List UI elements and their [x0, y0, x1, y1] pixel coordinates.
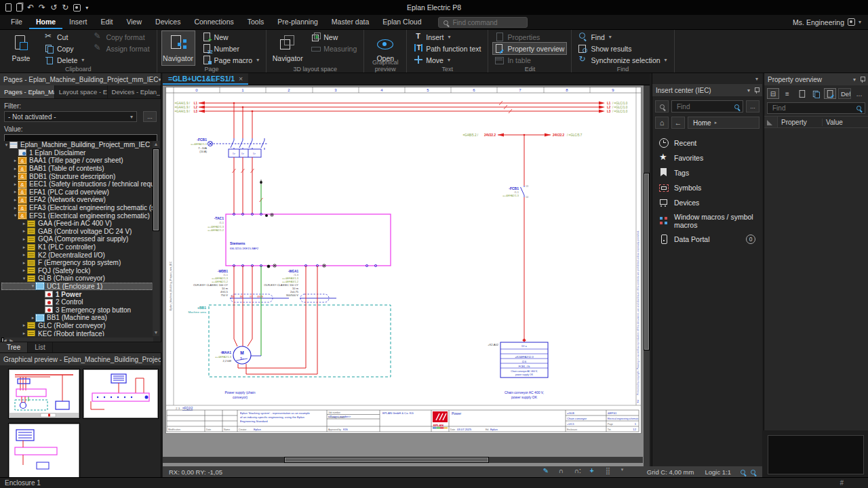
tree-vertical-scrollbar[interactable]: ▲ ▼	[153, 141, 159, 336]
filter-combo[interactable]: - Not activated - ▾	[4, 111, 137, 122]
pages-panel-header[interactable]: Pages - Eplan_Machine_Building_Project_m…	[0, 73, 161, 85]
show-results-button[interactable]: Show results	[576, 43, 669, 54]
tree-expander-icon[interactable]: ▾	[21, 276, 27, 281]
back-icon[interactable]: ←	[671, 117, 685, 129]
scroll-up-icon[interactable]: ▲	[153, 141, 159, 148]
menu-tab-edit[interactable]: Edit	[94, 15, 119, 29]
grid-size[interactable]: Grid C: 4,00 mm	[647, 468, 694, 476]
menu-tab-eplan-cloud[interactable]: Eplan Cloud	[376, 15, 428, 29]
filter-more-button[interactable]: ...	[143, 111, 157, 122]
property-search-input[interactable]	[771, 104, 856, 113]
panel-strip-caret-icon[interactable]: ▾	[755, 76, 758, 82]
list-view-icon[interactable]: ≡	[781, 88, 793, 99]
number-button[interactable]: Number	[200, 43, 262, 54]
tree-item-kec-robot-interface[interactable]: ▸KEC (Robot interface)	[1, 329, 153, 336]
customize-caret-icon[interactable]: ▾	[85, 5, 88, 11]
pin-icon[interactable]	[754, 87, 759, 94]
tree-expander-icon[interactable]: ▸	[21, 237, 27, 242]
sort-corner-icon[interactable]	[764, 117, 778, 127]
tree-item-bb1-machine-area[interactable]: ▸BB1 (Machine area)	[1, 314, 153, 322]
tree-item-baa1-title-page-cover-sheet[interactable]: ▸BAA1 (Title page / cover sheet)	[1, 157, 153, 165]
tree-item-bdb1-structure-description[interactable]: ▸BDB1 (Structure description)	[1, 172, 153, 180]
path-function-text-button[interactable]: Path function text	[412, 43, 483, 54]
tab-pages[interactable]: Pages - Eplan_Mac...	[0, 85, 55, 98]
column-value[interactable]: Value	[823, 119, 868, 126]
tree-item-gqa-compressed-air-supply[interactable]: ▸GQA (Compressed air supply)	[1, 235, 153, 243]
find-command-box[interactable]	[438, 17, 528, 28]
tree-expander-icon[interactable]: ▸	[12, 182, 18, 187]
panel-menu-caret-icon[interactable]: ▾	[747, 87, 750, 94]
open-page-icon[interactable]	[16, 3, 22, 12]
insert-center-search[interactable]	[671, 100, 743, 113]
tree-item-2-control[interactable]: 2 Control	[1, 298, 153, 306]
menu-tab-home[interactable]: Home	[29, 15, 62, 29]
menu-tab-view[interactable]: View	[119, 15, 149, 29]
find-button[interactable]: Find▾	[576, 31, 669, 43]
tree-item-efa1-plc-card-overview[interactable]: ▸EFA1 (PLC card overview)	[1, 188, 153, 197]
tree-expander-icon[interactable]: ▸	[21, 245, 27, 250]
schematic-sheet[interactable]: 0 1 2 3 4 5 6 7 8 9	[165, 87, 642, 434]
insert-center-search-input[interactable]	[675, 102, 732, 111]
page-reference-link[interactable]: =FQJ/2	[182, 407, 193, 410]
tree-expander-icon[interactable]: ▸	[21, 228, 27, 234]
tree-expander-icon[interactable]: ▸	[12, 189, 18, 195]
preview-thumbnail-3[interactable]	[9, 424, 79, 477]
find-command-input[interactable]	[452, 18, 519, 27]
tree-item-eec1-safety-instructions-techn[interactable]: ▸EEC1 (Safety instructions / technical r…	[1, 180, 153, 188]
menu-tab-connections[interactable]: Connections	[187, 15, 240, 29]
drawing-canvas[interactable]: 0 1 2 3 4 5 6 7 8 9	[163, 85, 650, 466]
tree-expander-icon[interactable]: ▾	[3, 142, 9, 148]
workspace-icon[interactable]	[73, 4, 81, 12]
menu-tab-master-data[interactable]: Master data	[325, 15, 376, 29]
tree-item-k1-plc-controller[interactable]: ▸K1 (PLC controller)	[1, 243, 153, 251]
tree-expander-icon[interactable]: ▾	[12, 213, 18, 218]
property-overview-header[interactable]: Property overview ▾	[764, 73, 868, 85]
synchronize-selection-button[interactable]: Synchronize selection▾	[576, 54, 669, 66]
tree-expander-icon[interactable]: ▸	[12, 166, 18, 171]
tree-item-k2-decentralized-i-o[interactable]: ▸K2 (Decentralized I/O)	[1, 251, 153, 259]
preview-thumbnail-1[interactable]	[9, 369, 79, 418]
tree-item-eplan-machine-building-project[interactable]: ▾Eplan_Machine_Building_Project_mm_IEC	[1, 141, 153, 149]
search-more-button[interactable]: ...	[746, 100, 760, 113]
scrollbar-thumb[interactable]	[153, 149, 159, 230]
copy-properties-icon[interactable]	[795, 88, 808, 99]
tree-item-efa3-electrical-engineering-sc[interactable]: ▸EFA3 (Electrical engineering schematic …	[1, 204, 153, 212]
tree-expander-icon[interactable]: ▸	[21, 331, 27, 336]
tab-close-icon[interactable]: ×	[239, 75, 243, 83]
insert-center-header[interactable]: Insert center (IEC) ▾	[652, 84, 762, 96]
paste-button[interactable]: Paste	[5, 31, 37, 65]
scheme-dropdown[interactable]: Default ▾	[838, 88, 851, 99]
tab-layout-space[interactable]: Layout space - Epl...	[55, 85, 108, 98]
menu-tab-devices[interactable]: Devices	[149, 15, 187, 29]
pin-icon[interactable]	[860, 77, 865, 83]
tree-expander-icon[interactable]: ▸	[21, 323, 27, 328]
insert-item-devices[interactable]: Devices	[652, 195, 762, 210]
tree-expander-icon[interactable]: ▸	[21, 221, 27, 226]
tree-item-glc-roller-conveyor[interactable]: ▸GLC (Roller conveyor)	[1, 322, 153, 330]
tree-expander-icon[interactable]: ▸	[12, 158, 18, 163]
scheme-more-button[interactable]: ...	[853, 88, 865, 99]
property-overview-button[interactable]: Property overview	[493, 43, 566, 54]
redo-all-icon[interactable]: ↻	[62, 3, 68, 12]
move-button[interactable]: Move▾	[412, 54, 483, 66]
cut-button[interactable]: Cut	[43, 31, 86, 43]
tree-view-icon[interactable]: ⊟	[767, 88, 779, 99]
tree-item-efa2-network-overview[interactable]: ▸EFA2 (Network overview)	[1, 196, 153, 204]
delete-button[interactable]: Delete▾	[43, 54, 86, 66]
canvas-vertical-scrollbar[interactable]	[644, 85, 650, 466]
new-button[interactable]: New	[309, 31, 359, 43]
graphic-edit-icon[interactable]: ✎	[543, 467, 553, 476]
menu-tab-file[interactable]: File	[4, 15, 29, 29]
tree-item-1-power[interactable]: 1 Power	[1, 290, 153, 298]
panel-menu-caret-icon[interactable]: ▾	[853, 77, 856, 83]
new-page-icon[interactable]	[5, 3, 12, 12]
zoom-in-icon[interactable]	[741, 470, 745, 474]
tab-list[interactable]: List	[28, 342, 53, 352]
insert-button[interactable]: Insert▾	[412, 31, 483, 43]
redo-icon[interactable]: ↷	[39, 3, 45, 12]
undo-icon[interactable]: ↶	[27, 3, 34, 12]
scroll-down-icon[interactable]: ▼	[153, 329, 159, 336]
coordinate-input-icon[interactable]: +	[590, 467, 599, 476]
page-macro-button[interactable]: Page macro▾	[200, 54, 262, 66]
user-account[interactable]: Ms. Engineering ▾	[793, 15, 861, 29]
